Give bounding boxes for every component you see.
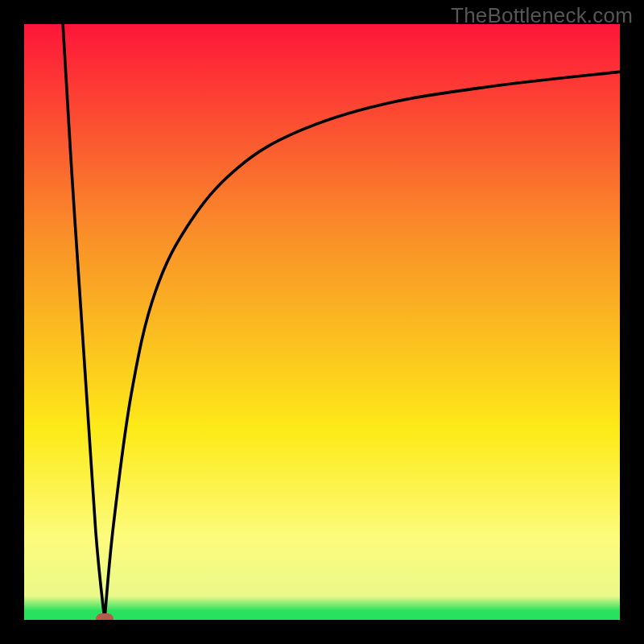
bottleneck-curve — [24, 24, 620, 620]
watermark-text: TheBottleneck.com — [451, 3, 633, 28]
minimum-marker — [96, 613, 114, 620]
chart-frame: TheBottleneck.com — [0, 0, 644, 644]
plot-area — [24, 24, 620, 620]
